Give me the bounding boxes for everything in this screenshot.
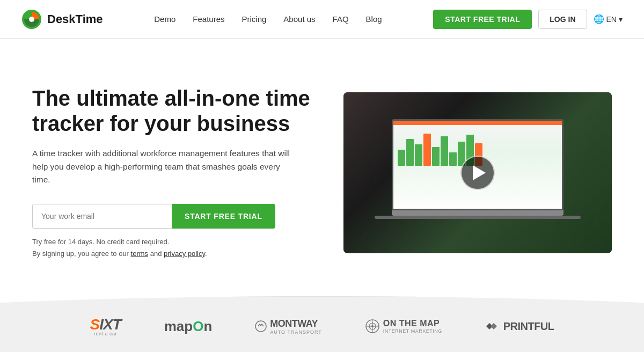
hero-video	[343, 92, 612, 253]
chart-bar	[398, 150, 405, 166]
nav-faq[interactable]: FAQ	[333, 14, 349, 24]
printful-icon	[485, 321, 500, 332]
nav-blog[interactable]: Blog	[366, 14, 382, 24]
navbar-start-trial-button[interactable]: START FREE TRIAL	[433, 10, 532, 29]
screen-topbar	[393, 121, 562, 125]
video-thumbnail[interactable]	[343, 92, 612, 253]
hero-section: The ultimate all-in-one time tracker for…	[0, 39, 644, 296]
laptop-base	[392, 210, 564, 216]
chart-bar	[406, 139, 414, 166]
logo-icon	[21, 9, 42, 30]
logos-section: SIXT rent a car mapOn MONTWAY AUTO TRANS…	[0, 296, 644, 352]
hero-content: The ultimate all-in-one time tracker for…	[32, 86, 317, 260]
svg-point-2	[255, 321, 266, 332]
nav-links: Demo Features Pricing About us FAQ Blog	[154, 14, 382, 24]
chevron-down-icon: ▾	[619, 15, 623, 24]
onthemap-text-group: ON THE MAP INTERNET MARKETING	[383, 319, 442, 334]
onthemap-sub: INTERNET MARKETING	[383, 328, 442, 334]
montway-logo-text-group: MONTWAY AUTO TRANSPORT	[270, 318, 322, 335]
montway-logo[interactable]: MONTWAY AUTO TRANSPORT	[255, 318, 322, 335]
mapon-logo[interactable]: mapOn	[164, 318, 213, 335]
printful-text: PRINTFUL	[503, 320, 554, 333]
chart-bar	[423, 134, 431, 166]
onthemap-icon	[365, 319, 380, 334]
fine-print-line2: By signing up, you agree to our	[32, 250, 131, 258]
sixt-logo[interactable]: SIXT rent a car	[90, 316, 121, 336]
onthemap-main: ON THE MAP	[383, 319, 442, 328]
hero-form: START FREE TRIAL	[32, 204, 317, 229]
language-selector[interactable]: 🌐 EN ▾	[594, 14, 623, 24]
sixt-logo-sub: rent a car	[90, 331, 121, 336]
montway-icon	[255, 320, 267, 332]
fine-print-line1: Try free for 14 days. No credit card req…	[32, 238, 169, 246]
nav-demo[interactable]: Demo	[154, 14, 175, 24]
chart-bar	[441, 136, 448, 166]
chart-bar	[449, 152, 457, 166]
logo[interactable]: DeskTime	[21, 9, 103, 30]
logo-text: DeskTime	[47, 12, 103, 26]
nav-about[interactable]: About us	[283, 14, 315, 24]
and-text: and	[148, 250, 164, 258]
navbar: DeskTime Demo Features Pricing About us …	[0, 0, 644, 39]
hero-title: The ultimate all-in-one time tracker for…	[32, 86, 317, 136]
play-button[interactable]	[460, 156, 495, 190]
montway-sub: AUTO TRANSPORT	[270, 329, 322, 335]
lang-label: EN	[606, 15, 617, 24]
printful-logo[interactable]: PRINTFUL	[485, 320, 554, 333]
email-input[interactable]	[32, 204, 172, 229]
mapon-logo-text: mapOn	[164, 318, 213, 335]
svg-point-1	[29, 17, 34, 22]
chart-bar	[415, 144, 422, 166]
globe-icon: 🌐	[594, 14, 604, 24]
onthemap-logo[interactable]: ON THE MAP INTERNET MARKETING	[365, 319, 442, 334]
play-icon	[473, 165, 486, 180]
period: .	[205, 250, 207, 258]
chart-bar	[432, 147, 440, 166]
navbar-actions: START FREE TRIAL LOG IN 🌐 EN ▾	[433, 10, 623, 29]
hero-start-trial-button[interactable]: START FREE TRIAL	[172, 204, 275, 229]
navbar-login-button[interactable]: LOG IN	[538, 10, 587, 29]
terms-link[interactable]: terms	[131, 250, 149, 258]
hero-fine-print: Try free for 14 days. No credit card req…	[32, 236, 317, 260]
hero-subtitle: A time tracker with additional workforce…	[32, 147, 290, 187]
laptop-foot	[375, 216, 581, 219]
nav-pricing[interactable]: Pricing	[241, 14, 266, 24]
montway-main: MONTWAY	[270, 318, 322, 329]
privacy-link[interactable]: privacy policy	[164, 250, 205, 258]
nav-features[interactable]: Features	[193, 14, 224, 24]
